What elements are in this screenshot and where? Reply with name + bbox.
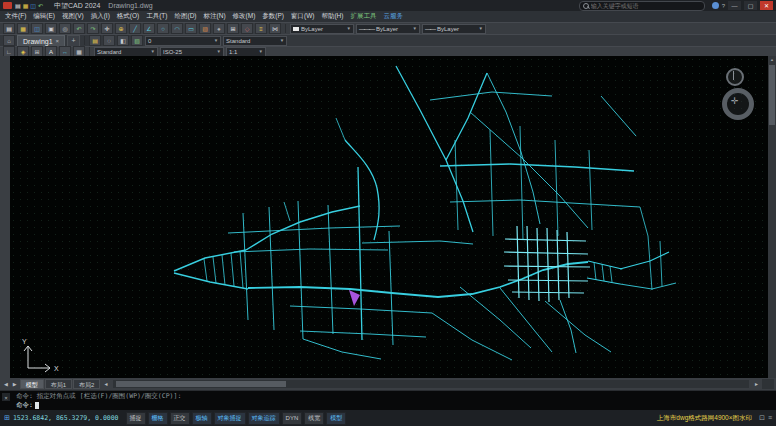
road-polyline[interactable] bbox=[328, 205, 333, 334]
linetype-dropdown[interactable]: ——— ByLayer ▼ bbox=[356, 24, 420, 34]
menu-item[interactable]: 格式(O) bbox=[117, 12, 139, 21]
status-toggle-线宽[interactable]: 线宽 bbox=[304, 412, 324, 425]
text-style-dropdown[interactable]: Standard ▼ bbox=[94, 47, 158, 57]
menu-item[interactable]: 窗口(W) bbox=[291, 12, 314, 21]
settings-icon[interactable]: ≡ bbox=[768, 414, 772, 422]
user-avatar-icon[interactable] bbox=[712, 2, 719, 9]
scale-dropdown[interactable]: 1:1 ▼ bbox=[226, 47, 266, 57]
hscroll-right-icon[interactable]: ► bbox=[752, 381, 761, 387]
layout-back-icon[interactable]: ◀ bbox=[2, 381, 10, 387]
steering-wheel-icon[interactable] bbox=[722, 88, 754, 120]
zoom-icon[interactable]: ⊕ bbox=[115, 23, 127, 34]
menu-item[interactable]: 云服务 bbox=[383, 12, 403, 21]
road-polyline[interactable] bbox=[284, 202, 290, 221]
lineweight-dropdown[interactable]: —— ByLayer ▼ bbox=[422, 24, 486, 34]
menu-item[interactable]: 扩展工具 bbox=[350, 12, 376, 21]
save-icon[interactable]: ◫ bbox=[31, 23, 43, 34]
road-polyline[interactable] bbox=[174, 273, 248, 289]
polyline-icon[interactable]: ∠ bbox=[143, 23, 155, 34]
search-box[interactable] bbox=[579, 1, 705, 11]
status-toggle-极轴[interactable]: 极轴 bbox=[192, 412, 212, 425]
status-toggle-DYN[interactable]: DYN bbox=[282, 412, 303, 425]
layout-forward-icon[interactable]: ▶ bbox=[11, 381, 19, 387]
undo-quick-icon[interactable]: ↶ bbox=[38, 3, 43, 9]
arc-icon[interactable]: ◠ bbox=[171, 23, 183, 34]
road-polyline[interactable] bbox=[174, 250, 246, 271]
menu-item[interactable]: 标注(N) bbox=[204, 12, 226, 21]
color-dropdown[interactable]: ByLayer ▼ bbox=[290, 24, 354, 34]
road-polyline[interactable] bbox=[234, 249, 388, 252]
document-tab-drawing1[interactable]: Drawing1 × bbox=[17, 35, 65, 47]
grid-status-icon[interactable]: ⊞ bbox=[4, 414, 10, 422]
move-icon[interactable]: ⌖ bbox=[213, 23, 225, 34]
road-polyline[interactable] bbox=[520, 126, 523, 240]
road-polyline[interactable] bbox=[487, 73, 540, 224]
layer-lock-icon[interactable]: ◧ bbox=[117, 35, 129, 46]
status-toggle-对象追踪[interactable]: 对象追踪 bbox=[248, 412, 280, 425]
match-icon[interactable]: ▧ bbox=[131, 35, 143, 46]
road-polyline[interactable] bbox=[545, 301, 611, 352]
new-tab-button[interactable]: + bbox=[67, 35, 80, 47]
horizontal-scrollbar[interactable] bbox=[113, 380, 749, 388]
status-toggle-栅格[interactable]: 栅格 bbox=[148, 412, 168, 425]
road-polyline[interactable] bbox=[243, 213, 248, 320]
search-input[interactable] bbox=[591, 3, 701, 9]
home-tab-icon[interactable]: ⌂ bbox=[3, 35, 15, 46]
road-polyline[interactable] bbox=[269, 207, 274, 330]
new-file-icon[interactable]: ▤ bbox=[15, 3, 21, 9]
layer-dropdown[interactable]: 0 ▼ bbox=[145, 36, 221, 46]
menu-item[interactable]: 绘图(D) bbox=[175, 12, 197, 21]
road-polyline[interactable] bbox=[303, 339, 381, 359]
open-icon[interactable]: ▦ bbox=[17, 23, 29, 34]
layout-tab-布局2[interactable]: 布局2 bbox=[73, 379, 100, 389]
save-file-icon[interactable]: ◫ bbox=[30, 3, 36, 9]
menu-item[interactable]: 修改(M) bbox=[233, 12, 256, 21]
layout-tab-模型[interactable]: 模型 bbox=[20, 379, 44, 389]
layout-tab-布局1[interactable]: 布局1 bbox=[45, 379, 72, 389]
menu-item[interactable]: 编辑(E) bbox=[33, 12, 55, 21]
close-command-panel-icon[interactable]: × bbox=[2, 393, 10, 401]
style-dropdown[interactable]: Standard ▼ bbox=[223, 36, 287, 46]
road-polyline[interactable] bbox=[389, 231, 393, 345]
road-polyline[interactable] bbox=[589, 150, 592, 230]
menu-item[interactable]: 视图(V) bbox=[62, 12, 84, 21]
road-polyline[interactable] bbox=[446, 73, 487, 160]
layer-props-icon[interactable]: ▤ bbox=[89, 35, 101, 46]
road-polyline[interactable] bbox=[358, 167, 362, 340]
app-logo-icon[interactable] bbox=[3, 2, 12, 9]
road-polyline[interactable] bbox=[620, 283, 676, 289]
road-polyline[interactable] bbox=[555, 140, 558, 236]
copy-icon[interactable]: ⊞ bbox=[227, 23, 239, 34]
road-polyline[interactable] bbox=[336, 118, 345, 140]
drawing-canvas[interactable]: YX bbox=[10, 56, 768, 378]
road-polyline[interactable] bbox=[588, 261, 622, 269]
close-tab-icon[interactable]: × bbox=[56, 38, 60, 44]
circle-icon[interactable]: ○ bbox=[157, 23, 169, 34]
layer-off-icon[interactable]: ◌ bbox=[103, 35, 115, 46]
dim-style-dropdown[interactable]: ISO-25 ▼ bbox=[160, 47, 224, 57]
road-polyline[interactable] bbox=[640, 207, 648, 236]
road-polyline[interactable] bbox=[362, 241, 473, 244]
new-icon[interactable]: ▤ bbox=[3, 23, 15, 34]
road-polyline[interactable] bbox=[440, 164, 634, 171]
road-polyline[interactable] bbox=[24, 346, 50, 372]
help-icon[interactable]: ? bbox=[722, 3, 725, 9]
undo-icon[interactable]: ↶ bbox=[73, 23, 85, 34]
road-polyline[interactable] bbox=[345, 140, 379, 240]
road-polyline[interactable] bbox=[490, 130, 493, 236]
status-toggle-模型[interactable]: 模型 bbox=[326, 412, 346, 425]
menu-item[interactable]: 帮助(H) bbox=[321, 12, 343, 21]
road-polyline[interactable] bbox=[648, 236, 662, 290]
road-polyline[interactable] bbox=[470, 112, 588, 228]
measure-icon[interactable]: ⋈ bbox=[269, 23, 281, 34]
close-button[interactable]: ✕ bbox=[760, 1, 773, 10]
view-compass-icon[interactable] bbox=[726, 68, 744, 86]
scroll-up-icon[interactable]: ▲ bbox=[770, 56, 774, 64]
road-polyline[interactable] bbox=[455, 140, 458, 230]
road-polyline[interactable] bbox=[500, 288, 552, 352]
rect-icon[interactable]: ▭ bbox=[185, 23, 197, 34]
vertical-scrollbar[interactable]: ▲ bbox=[768, 56, 776, 378]
road-polyline[interactable] bbox=[396, 66, 473, 232]
road-polyline[interactable] bbox=[300, 331, 426, 337]
road-polyline[interactable] bbox=[228, 226, 400, 233]
